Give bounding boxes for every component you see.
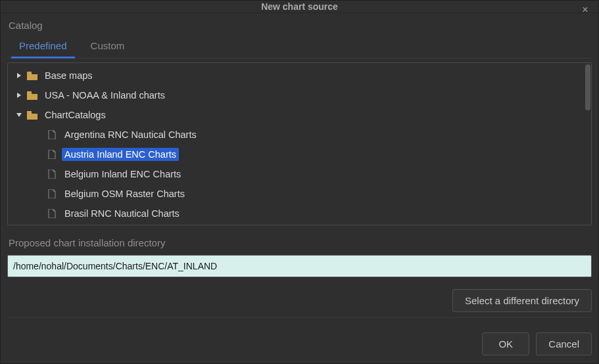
dialog-button-row: OK Cancel bbox=[1, 325, 598, 363]
catalog-tree[interactable]: Base maps USA - NOAA & Inland charts bbox=[8, 63, 585, 225]
file-icon bbox=[46, 129, 58, 140]
tab-label: Custom bbox=[91, 40, 125, 51]
folder-icon bbox=[26, 90, 38, 101]
button-label: Cancel bbox=[548, 338, 579, 350]
svg-marker-4 bbox=[16, 113, 22, 117]
svg-rect-3 bbox=[27, 91, 32, 93]
install-directory-button-row: Select a different directory bbox=[7, 289, 592, 318]
file-icon bbox=[46, 149, 58, 160]
chevron-right-icon[interactable] bbox=[14, 91, 24, 100]
file-icon bbox=[46, 189, 58, 199]
tree-item-base-maps[interactable]: Base maps bbox=[8, 66, 585, 85]
svg-rect-1 bbox=[27, 72, 32, 74]
tree-item-label: Base maps bbox=[42, 69, 95, 82]
catalog-tree-container: Base maps USA - NOAA & Inland charts bbox=[7, 62, 592, 225]
svg-marker-0 bbox=[17, 73, 21, 78]
catalog-tabs: Predefined Custom bbox=[7, 35, 592, 58]
file-icon bbox=[46, 208, 58, 219]
titlebar: New chart source × bbox=[1, 1, 598, 13]
file-icon bbox=[46, 169, 58, 179]
tree-item-brasil-rnc[interactable]: Brasil RNC Nautical Charts bbox=[8, 204, 585, 223]
ok-button[interactable]: OK bbox=[482, 332, 529, 355]
tree-item-label: Belgium Inland ENC Charts bbox=[62, 168, 183, 181]
dialog-content: Catalog Predefined Custom Base maps bbox=[1, 13, 598, 325]
folder-open-icon bbox=[26, 110, 38, 120]
close-icon[interactable]: × bbox=[579, 3, 592, 16]
install-directory-section: Proposed chart installation directory Se… bbox=[7, 235, 592, 318]
tree-item-argentina-rnc[interactable]: Argentina RNC Nautical Charts bbox=[8, 125, 585, 145]
scrollbar-thumb[interactable] bbox=[585, 64, 590, 110]
chevron-down-icon[interactable] bbox=[14, 110, 24, 120]
button-label: Select a different directory bbox=[465, 295, 579, 306]
cancel-button[interactable]: Cancel bbox=[536, 332, 592, 355]
tree-item-label: ChartCatalogs bbox=[42, 108, 108, 122]
tree-item-label: USA - NOAA & Inland charts bbox=[42, 89, 168, 102]
tab-custom[interactable]: Custom bbox=[79, 35, 137, 58]
tree-item-belgium-inland[interactable]: Belgium Inland ENC Charts bbox=[8, 164, 585, 184]
dialog-title: New chart source bbox=[261, 1, 338, 12]
svg-rect-5 bbox=[27, 111, 32, 113]
chevron-right-icon[interactable] bbox=[14, 71, 24, 80]
tree-item-label: Argentina RNC Nautical Charts bbox=[62, 128, 199, 141]
install-directory-input[interactable] bbox=[7, 255, 592, 277]
tree-item-austria-inland[interactable]: Austria Inland ENC Charts bbox=[8, 145, 585, 164]
tree-item-label: Austria Inland ENC Charts bbox=[62, 148, 179, 161]
folder-icon bbox=[26, 70, 38, 81]
button-label: OK bbox=[498, 338, 513, 350]
tree-item-belgium-osm[interactable]: Belgium OSM Raster Charts bbox=[8, 184, 585, 204]
catalog-label: Catalog bbox=[7, 17, 592, 34]
tree-scrollbar[interactable] bbox=[585, 63, 591, 225]
tree-item-chart-catalogs[interactable]: ChartCatalogs bbox=[8, 105, 585, 125]
tab-predefined[interactable]: Predefined bbox=[7, 35, 79, 58]
select-different-directory-button[interactable]: Select a different directory bbox=[452, 289, 592, 312]
tree-item-label: Belgium OSM Raster Charts bbox=[62, 187, 187, 200]
svg-marker-2 bbox=[17, 93, 21, 98]
tab-label: Predefined bbox=[19, 40, 67, 51]
tree-item-usa-noaa[interactable]: USA - NOAA & Inland charts bbox=[8, 85, 585, 105]
install-directory-label: Proposed chart installation directory bbox=[7, 235, 592, 251]
new-chart-source-dialog: New chart source × Catalog Predefined Cu… bbox=[0, 0, 599, 364]
tree-item-label: Brasil RNC Nautical Charts bbox=[62, 207, 182, 220]
